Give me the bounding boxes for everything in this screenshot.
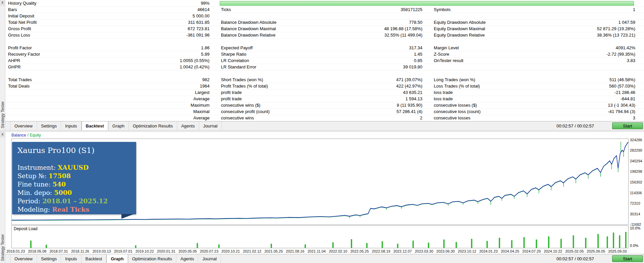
tab-agents[interactable]: Agents (177, 121, 199, 130)
stat-cell-group: Z-Score-2.72 (99.35%) (431, 51, 644, 57)
stats-row: Maximalconsecutive profit (count)57 286.… (5, 109, 644, 115)
stat-value: 1.0042 (0.42%) (180, 64, 210, 70)
x-axis-label: 2023.03.30 (415, 249, 433, 253)
stat-label: Long Trades (won %) (434, 77, 475, 83)
stats-row: Averageprofit trade1 594.13loss trade-64… (5, 96, 644, 102)
stat-cell-group: consecutive losses3 (431, 115, 644, 121)
stat-value: 1964 (200, 83, 210, 89)
stat-value: Maximum (191, 102, 209, 108)
stats-row: Largestprofit trade43 635.21loss trade-2… (5, 90, 644, 96)
strategy-info-line: Min. depo: 5000 (17, 189, 131, 197)
strategy-info-line: Fine tune: 540 (17, 180, 131, 189)
stat-label: consecutive loss (count) (434, 109, 480, 115)
stat-label: Balance Drawdown Absolute (221, 19, 277, 25)
deposit-axis: 10.0% 0.0% (629, 225, 644, 248)
start-button[interactable]: Start (612, 255, 643, 262)
tab-settings[interactable]: Settings (37, 121, 61, 130)
stat-label: Ticks (221, 7, 231, 13)
stat-value: 38.36% (13 723.21) (597, 32, 635, 38)
stat-cell-group: Balance Drawdown Relative32.55% (11 499.… (218, 32, 431, 38)
stat-value: -21 286.46 (614, 90, 635, 96)
stat-value: 358171225 (400, 7, 422, 13)
strategy-tester-tab[interactable]: Strategy Tester (0, 101, 5, 128)
stat-value: 46614 (198, 7, 210, 13)
stat-label: Equity Drawdown Absolute (434, 19, 486, 25)
stat-cell-group: Margin Level4091.42% (431, 45, 644, 51)
stats-row (5, 39, 644, 45)
stat-value: Maximal (193, 109, 209, 115)
tab-graph[interactable]: Graph (106, 254, 128, 263)
tab-graph[interactable]: Graph (108, 121, 129, 130)
x-axis-label: 2018.11.26 (71, 249, 89, 253)
x-axis-label: 2018.01.23 (6, 249, 25, 253)
stat-label: Total Net Profit (8, 19, 37, 25)
strategy-tester-tab[interactable]: Strategy Tester (0, 234, 5, 261)
tab-backtest[interactable]: Backtest (82, 254, 107, 263)
tab-journal[interactable]: Journal (199, 121, 222, 130)
stat-value: Average (193, 115, 209, 121)
tab-inputs[interactable]: Inputs (61, 254, 81, 263)
stat-value: 4091.42% (615, 45, 635, 51)
x-axis-label: 2020.01.31 (157, 249, 175, 253)
stat-label: Gross Loss (8, 32, 30, 38)
stat-value: 32.55% (11 499.04) (384, 32, 422, 38)
x-axis-label: 2022.08.19 (372, 249, 390, 253)
tab-agents[interactable]: Agents (176, 254, 198, 263)
x-axis-label: 2025.02.05 (565, 249, 584, 253)
stat-label: profit trade (221, 96, 242, 102)
x-axis-label: 2019.07.01 (114, 249, 132, 253)
stat-label: Bars (8, 7, 17, 13)
legend-equity: Equity (30, 133, 41, 138)
tab-inputs[interactable]: Inputs (61, 121, 81, 130)
tab-optimization-results[interactable]: Optimization Results (129, 121, 177, 130)
stat-value: -361 091.96 (186, 32, 209, 38)
strategy-info-line: Period: 2018.01 – 2025.12 (17, 197, 131, 205)
stat-cell-group: Symbols1 (431, 7, 644, 13)
deposit-load-bars (12, 226, 628, 248)
stat-label: Initial Deposit (8, 13, 34, 19)
graph-side-strip: x Strategy Tester (0, 132, 5, 263)
tab-optimization-results[interactable]: Optimization Results (128, 254, 176, 263)
tab-settings[interactable]: Settings (37, 254, 61, 263)
x-axis-label: 2025.06.05 (587, 249, 605, 253)
stat-cell-group: consecutive profit (count)57 286.41 (4) (218, 109, 431, 115)
stat-label: consecutive wins ($) (221, 102, 261, 108)
tab-backtest[interactable]: Backtest (82, 121, 108, 130)
tab-journal[interactable]: Journal (198, 254, 221, 263)
close-icon[interactable]: x (0, 132, 5, 137)
stat-value: 1 594.13 (406, 96, 423, 102)
stat-label: Equity Drawdown Maximal (434, 26, 485, 32)
stat-cell-group: Largest (5, 90, 218, 96)
start-button[interactable]: Start (612, 122, 643, 129)
x-axis-label: 2024.01.23 (479, 249, 498, 253)
stat-value: 43 635.21 (403, 90, 422, 96)
strategy-title: Xaurus Pro100 (S1) (17, 146, 131, 155)
stat-value: -41 794.94 (3) (608, 109, 635, 115)
stats-row: AHPR1.0055 (0.55%)LR Correlation0.85OnTe… (5, 58, 644, 64)
stat-cell-group: Long Trades (won %)511 (46.58%) (431, 77, 644, 83)
stat-cell-group: AHPR1.0055 (0.55%) (5, 58, 218, 64)
tab-overview[interactable]: Overview (10, 121, 37, 130)
stat-value: 3.83 (627, 58, 635, 64)
stats-row: Total Trades982Short Trades (won %)471 (… (5, 77, 644, 83)
x-axis-label: 2024.04.25 (501, 249, 519, 253)
stats-row: Gross Profit672 723.81Balance Drawdown M… (5, 26, 644, 32)
deposit-load-label: Deposit Load (14, 226, 38, 231)
stat-value: 422 (42.97%) (396, 83, 422, 89)
stat-cell-group: Profit Factor1.86 (5, 45, 218, 51)
stats-row: Total Net Profit311 631.85Balance Drawdo… (5, 19, 644, 26)
stats-row: Recovery Factor5.89Sharpe Ratio1.45Z-Sco… (5, 51, 644, 58)
legend-balance: Balance (11, 133, 26, 138)
close-icon[interactable]: x (0, 0, 5, 5)
stat-value: 778.50 (409, 19, 423, 25)
stats-row: Initial Deposit5 000.00 (5, 13, 644, 19)
info-value: Real Ticks (52, 206, 89, 213)
stat-cell-group: Maximal (5, 109, 218, 115)
balance-chart: Xaurus Pro100 (S1) Instrument: XAUUSDSet… (11, 139, 629, 225)
stat-cell-group: consecutive wins2 (218, 115, 431, 121)
strategy-info-line: Setup №: 17508 (17, 172, 131, 180)
stat-label: Loss Trades (% of total) (434, 83, 480, 89)
stat-cell-group: loss trade-21 286.46 (431, 90, 644, 96)
tab-overview[interactable]: Overview (10, 254, 37, 263)
stat-label: Symbols (434, 7, 450, 13)
